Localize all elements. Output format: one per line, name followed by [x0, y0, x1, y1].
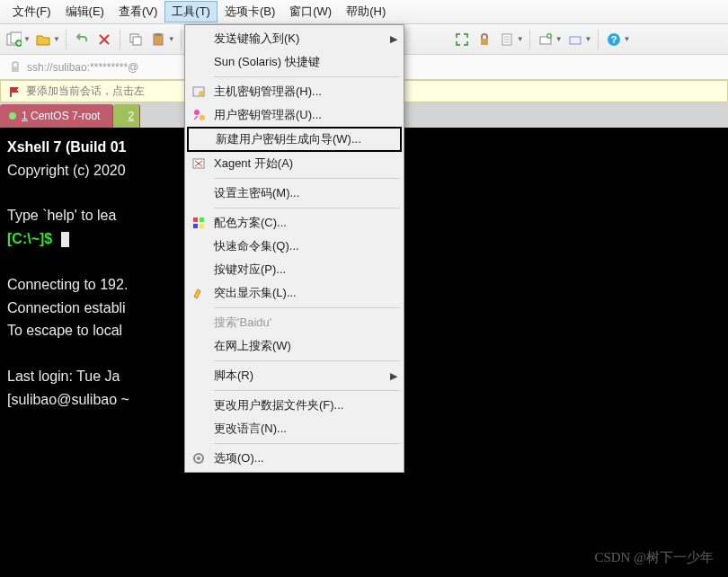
flag-icon	[8, 85, 21, 98]
term-line: [sulibao@sulibao ~	[7, 392, 129, 407]
menu-key-mapping[interactable]: 按键对应(P)...	[187, 258, 402, 281]
term-line: Xshell 7 (Build 01	[7, 139, 126, 155]
svg-rect-25	[200, 224, 204, 228]
fullscreen-icon[interactable]	[452, 30, 472, 49]
svg-rect-24	[193, 224, 198, 228]
menu-help[interactable]: 帮助(H)	[339, 1, 393, 22]
palette-icon	[187, 216, 210, 230]
status-dot	[9, 112, 16, 120]
svg-point-19	[194, 110, 200, 115]
address-text: ssh://sulibao:*********@	[27, 61, 138, 74]
menu-host-key-manager[interactable]: 主机密钥管理器(H)...	[187, 80, 402, 103]
dropdown-icon[interactable]: ▼	[517, 35, 524, 43]
transfer-icon[interactable]	[536, 30, 555, 49]
dropdown-icon[interactable]: ▼	[555, 35, 563, 43]
svg-rect-6	[155, 33, 161, 36]
svg-point-27	[197, 457, 200, 460]
user-key-icon	[187, 108, 210, 122]
menu-color-scheme[interactable]: 配色方案(C)...	[187, 211, 402, 235]
menu-sun-shortcuts[interactable]: Sun (Solaris) 快捷键	[187, 50, 402, 74]
menu-options[interactable]: 选项(O)...	[187, 447, 402, 470]
svg-rect-22	[193, 217, 198, 222]
menu-window[interactable]: 窗口(W)	[282, 1, 339, 22]
svg-rect-23	[200, 217, 204, 222]
menu-web-search[interactable]: 在网上搜索(W)	[187, 334, 402, 358]
menu-change-language[interactable]: 更改语言(N)...	[187, 417, 402, 440]
copy-icon[interactable]	[126, 30, 146, 49]
prompt: [C:\~]$	[7, 231, 52, 246]
highlight-icon	[187, 286, 210, 300]
tip-text: 要添加当前会话，点击左	[26, 84, 145, 99]
xagent-icon	[187, 156, 210, 171]
cursor	[61, 232, 69, 247]
menu-tools[interactable]: 工具(T)	[164, 1, 218, 22]
dropdown-icon[interactable]: ▼	[624, 35, 631, 43]
dropdown-icon[interactable]: ▼	[585, 35, 592, 43]
help-icon[interactable]: ?	[604, 30, 624, 49]
dropdown-icon[interactable]: ▼	[168, 35, 175, 43]
menu-change-user-folder[interactable]: 更改用户数据文件夹(F)...	[187, 394, 402, 417]
svg-rect-16	[10, 87, 12, 97]
term-line: Connecting to 192.	[7, 277, 128, 292]
paste-icon[interactable]	[148, 30, 168, 49]
lock-icon	[9, 61, 22, 74]
dropdown-icon[interactable]: ▼	[23, 35, 31, 43]
svg-rect-12	[570, 37, 581, 44]
open-icon[interactable]	[33, 30, 53, 49]
menu-script[interactable]: 脚本(R)▶	[187, 364, 402, 387]
term-line: Connection establi	[7, 300, 126, 315]
menu-new-user-key-wizard[interactable]: 新建用户密钥生成向导(W)...	[187, 127, 402, 152]
svg-rect-4	[133, 37, 141, 45]
tab-session-2[interactable]: 2	[113, 104, 140, 128]
menu-search-baidu: 搜索'Baidu'	[187, 311, 402, 334]
menu-set-master-password[interactable]: 设置主密码(M)...	[187, 182, 402, 205]
menu-tabs[interactable]: 选项卡(B)	[218, 1, 282, 22]
menu-bar: 文件(F) 编辑(E) 查看(V) 工具(T) 选项卡(B) 窗口(W) 帮助(…	[0, 0, 728, 24]
menu-user-key-manager[interactable]: 用户密钥管理器(U)...	[187, 103, 402, 127]
menu-edit[interactable]: 编辑(E)	[58, 1, 111, 22]
host-key-icon	[187, 84, 210, 99]
gear-icon	[187, 451, 210, 466]
properties-icon[interactable]	[497, 30, 517, 49]
watermark: CSDN @树下一少年	[594, 549, 714, 566]
svg-rect-8	[481, 39, 488, 45]
menu-xagent-start[interactable]: Xagent 开始(A)	[187, 152, 402, 175]
menu-view[interactable]: 查看(V)	[111, 1, 164, 22]
svg-point-18	[199, 91, 204, 96]
menu-quick-commands[interactable]: 快速命令集(Q)...	[187, 235, 402, 258]
tools-dropdown: 发送键输入到(K)▶ Sun (Solaris) 快捷键 主机密钥管理器(H).…	[184, 24, 404, 473]
lock-icon[interactable]	[475, 30, 494, 49]
dropdown-icon[interactable]: ▼	[53, 35, 60, 43]
reconnect-icon[interactable]	[72, 30, 92, 49]
svg-point-20	[200, 115, 205, 120]
menu-send-keys[interactable]: 发送键输入到(K)▶	[187, 27, 402, 50]
svg-text:?: ?	[610, 34, 617, 45]
svg-rect-15	[12, 67, 19, 72]
new-session-icon[interactable]	[4, 30, 23, 49]
menu-highlight-sets[interactable]: 突出显示集(L)...	[187, 281, 402, 305]
menu-file[interactable]: 文件(F)	[5, 1, 58, 22]
disconnect-icon[interactable]	[94, 30, 114, 49]
tab-centos7[interactable]: 1 CentOS 7-root	[0, 104, 113, 128]
xftp-icon[interactable]	[565, 30, 585, 49]
